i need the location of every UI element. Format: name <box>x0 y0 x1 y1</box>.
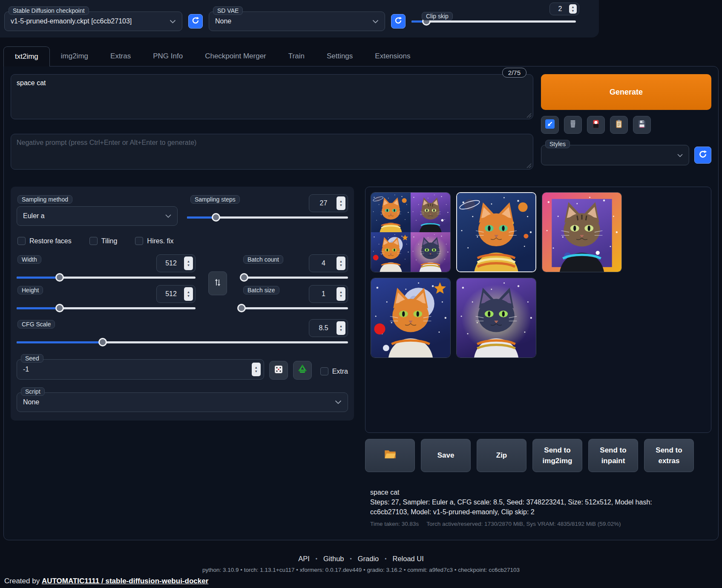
credit-link[interactable]: AUTOMATIC1111 / stable-diffusion-webui-d… <box>42 577 208 585</box>
clear-prompt-button[interactable] <box>564 116 582 134</box>
save-button[interactable]: Save <box>421 439 471 472</box>
separator: • <box>385 556 386 562</box>
batch-size-slider[interactable] <box>240 304 348 312</box>
gallery-thumbnail-result-1[interactable] <box>456 192 536 272</box>
reuse-seed-button[interactable] <box>293 361 312 380</box>
checkbox-box[interactable] <box>320 367 328 375</box>
hires-fix-checkbox[interactable]: Hires. fix <box>135 237 173 245</box>
checkbox-box[interactable] <box>17 237 26 245</box>
height-slider[interactable] <box>17 304 196 312</box>
hires-fix-label: Hires. fix <box>147 237 173 245</box>
zip-button[interactable]: Zip <box>477 439 526 472</box>
time-taken: Time taken: 30.83s <box>370 521 419 527</box>
slider-handle[interactable] <box>55 273 64 282</box>
batch-count-slider[interactable] <box>240 273 348 282</box>
send-to-img2img-button[interactable]: Send to img2img <box>532 439 582 472</box>
number-spinner[interactable]: ▲▼ <box>337 257 345 270</box>
recycle-icon <box>297 364 308 376</box>
tab-checkpoint-merger[interactable]: Checkpoint Merger <box>194 46 277 66</box>
height-number-input[interactable]: 512 ▲▼ <box>156 285 196 303</box>
slider-handle[interactable] <box>237 304 246 312</box>
tab-png-info[interactable]: PNG Info <box>142 46 194 66</box>
sampling-steps-number-input[interactable]: 27 ▲▼ <box>309 194 348 212</box>
clip-skip-number-input[interactable]: 2 ▲▼ <box>549 3 579 15</box>
slider-handle[interactable] <box>240 273 248 282</box>
batch-size-value: 1 <box>314 290 334 298</box>
api-link[interactable]: API <box>298 555 310 563</box>
checkbox-box[interactable] <box>89 237 98 245</box>
paste-generation-params-button[interactable] <box>541 116 559 134</box>
number-spinner[interactable]: ▲▼ <box>184 287 193 301</box>
script-dropdown[interactable]: None <box>17 392 348 412</box>
cfg-scale-number-input[interactable]: 8.5 ▲▼ <box>309 319 348 337</box>
seed-group: Seed -1 ▲▼ <box>17 359 264 380</box>
open-folder-button[interactable] <box>365 439 415 472</box>
number-spinner[interactable]: ▲▼ <box>569 4 577 14</box>
number-spinner[interactable]: ▲▼ <box>337 196 345 210</box>
refresh-styles-button[interactable] <box>694 147 711 164</box>
folder-icon <box>384 448 397 463</box>
apply-styles-button[interactable] <box>610 116 628 134</box>
slider-handle[interactable] <box>212 213 220 222</box>
github-link[interactable]: Github <box>323 555 344 563</box>
tiling-checkbox[interactable]: Tiling <box>89 237 118 245</box>
sampling-steps-slider[interactable] <box>187 213 348 222</box>
checkpoint-group: Stable Diffusion checkpoint v1-5-pruned-… <box>4 12 182 31</box>
gallery-thumbnail-result-4[interactable] <box>456 278 536 358</box>
number-spinner[interactable]: ▲▼ <box>337 287 345 301</box>
quick-settings-bar: Stable Diffusion checkpoint v1-5-pruned-… <box>0 0 599 37</box>
number-spinner[interactable]: ▲▼ <box>252 363 261 376</box>
reload-ui-link[interactable]: Reload UI <box>393 555 424 563</box>
gradio-link[interactable]: Gradio <box>358 555 379 563</box>
floppy-disk-icon <box>637 119 647 130</box>
number-spinner[interactable]: ▲▼ <box>184 257 193 270</box>
tab-extras[interactable]: Extras <box>99 46 142 66</box>
send-to-extras-button[interactable]: Send to extras <box>644 439 694 472</box>
tab-img2img[interactable]: img2img <box>50 46 99 66</box>
width-slider[interactable] <box>17 273 196 282</box>
width-number-input[interactable]: 512 ▲▼ <box>156 254 196 272</box>
txt2img-panel: 2/75 space cat Negative prompt (press Ct… <box>3 66 719 540</box>
slider-handle[interactable] <box>98 338 107 346</box>
tab-settings[interactable]: Settings <box>316 46 364 66</box>
tab-extensions[interactable]: Extensions <box>364 46 421 66</box>
refresh-vae-button[interactable] <box>391 14 406 29</box>
style-card-icon-button[interactable] <box>587 116 605 134</box>
gallery-thumbnail-result-3[interactable] <box>371 278 451 358</box>
swap-width-height-button[interactable] <box>208 271 227 295</box>
restore-faces-checkbox[interactable]: Restore faces <box>17 237 72 245</box>
negative-prompt-textarea[interactable]: Negative prompt (press Ctrl+Enter or Alt… <box>11 134 533 170</box>
random-seed-button[interactable] <box>269 361 288 380</box>
sampling-method-dropdown[interactable]: Euler a <box>17 206 178 226</box>
slider-fill <box>17 341 103 343</box>
number-spinner[interactable]: ▲▼ <box>337 321 345 335</box>
tab-txt2img[interactable]: txt2img <box>3 46 50 66</box>
tab-train[interactable]: Train <box>277 46 316 66</box>
batch-size-label: Batch size <box>243 286 279 294</box>
sampling-method-value: Euler a <box>23 212 45 220</box>
resize-handle-icon[interactable] <box>526 162 532 168</box>
dice-icon <box>273 364 284 376</box>
cfg-scale-label: CFG Scale <box>17 320 55 329</box>
extra-seed-checkbox[interactable]: Extra <box>320 367 348 375</box>
clip-skip-group: Clip skip <box>411 17 593 26</box>
batch-count-number-input[interactable]: 4 ▲▼ <box>309 254 348 272</box>
cfg-scale-slider[interactable] <box>17 338 348 346</box>
refresh-checkpoints-button[interactable] <box>188 14 203 29</box>
slider-handle[interactable] <box>55 304 64 312</box>
gallery-thumbnail-result-2[interactable] <box>542 192 622 272</box>
clip-skip-label: Clip skip <box>422 12 453 20</box>
save-style-button[interactable] <box>633 116 651 134</box>
footer: API • Github • Gradio • Reload UI python… <box>0 555 722 573</box>
batch-size-number-input[interactable]: 1 ▲▼ <box>309 285 348 303</box>
checkbox-box[interactable] <box>135 237 143 245</box>
generate-button[interactable]: Generate <box>541 74 711 110</box>
separator: • <box>316 556 317 562</box>
gallery-thumbnail-grid-preview[interactable] <box>371 192 451 272</box>
resize-handle-icon[interactable] <box>526 112 532 118</box>
seed-input[interactable]: -1 ▲▼ <box>17 359 264 380</box>
script-label: Script <box>21 387 45 396</box>
send-to-inpaint-button[interactable]: Send to inpaint <box>588 439 638 472</box>
generation-info-params: Steps: 27, Sampler: Euler a, CFG scale: … <box>370 497 687 517</box>
prompt-textarea[interactable]: space cat <box>11 74 533 119</box>
